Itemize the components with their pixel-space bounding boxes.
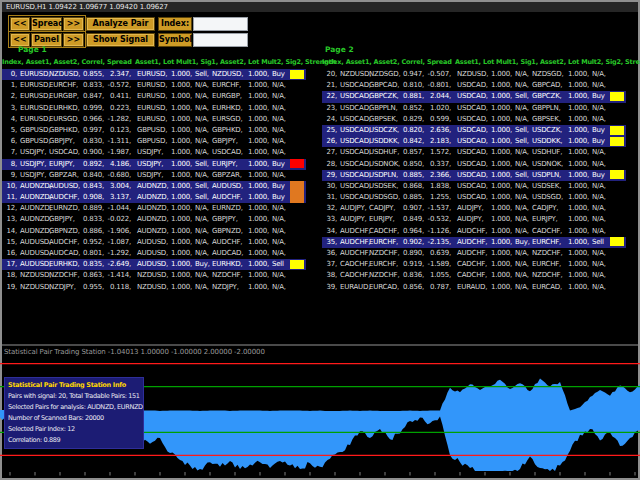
table-cell: Buy,	[192, 259, 211, 270]
table-cell: 10,	[2, 181, 17, 192]
table-row[interactable]: 21,USDCAD,GBPCAD,0.810,-0.801,USDCAD,1.0…	[322, 80, 626, 91]
table-row[interactable]: 26,USDCAD,USDDKK,0.842,2.183,USDCAD,1.00…	[322, 136, 626, 147]
table-cell: Buy	[269, 192, 287, 203]
table-cell: N/A,	[589, 181, 607, 192]
table-row[interactable]: 25,USDCAD,USDCZK,0.820,2.636,USDCAD,1.00…	[322, 125, 626, 136]
table-row[interactable]: 36,AUDCHF,NZDCHF,0.890,0.639,AUDCHF,1.00…	[322, 248, 626, 259]
table-cell: N/A,	[589, 282, 607, 293]
table-row[interactable]: 11,AUDNZD,AUDCHF,0.908,3.137,AUDNZD,1.00…	[2, 192, 306, 203]
table-row[interactable]: 35,AUDCHF,EURCHF,0.902,-2.135,AUDCHF,1.0…	[322, 237, 626, 248]
table-cell: 8,	[2, 159, 17, 170]
table-row[interactable]: 10,AUDNZD,AUDUSD,0.843,3.004,AUDNZD,1.00…	[2, 181, 306, 192]
table-row[interactable]: 0,EURUSD,NZDUSD,0.855,2.347,EURUSD,1.000…	[2, 69, 306, 80]
index-input[interactable]	[193, 17, 248, 31]
table-cell: N/A,	[512, 192, 531, 203]
table-cell: AUDCHF,	[48, 192, 80, 203]
table-cell: Sell,	[512, 136, 531, 147]
table-cell: 11,	[2, 192, 17, 203]
table-row[interactable]: 4,EURUSD,EURSGD,0.966,-1.282,EURUSD,1.00…	[2, 114, 306, 125]
subwindow-separator[interactable]	[2, 344, 638, 346]
show-signal-only-button[interactable]: Show Signal Only	[86, 33, 155, 47]
table-cell: Buy	[589, 91, 607, 102]
table-cell: EURJPY,	[531, 214, 564, 225]
table-cell: 1.000,	[244, 237, 269, 248]
table-cell: N/A,	[589, 259, 607, 270]
table-cell: N/A,	[589, 114, 607, 125]
table-cell: 28,	[322, 159, 337, 170]
table-row[interactable]: 30,USDCAD,USDSEK,0.868,1.838,USDCAD,1.00…	[322, 181, 626, 192]
table-row[interactable]: 37,CADCHF,EURCHF,0.919,-1.589,CADCHF,1.0…	[322, 259, 626, 270]
table-cell: 5,	[2, 125, 17, 136]
table-row[interactable]: 17,AUDUSD,EURHKD,0.835,-2.649,AUDUSD,1.0…	[2, 259, 306, 270]
table-row[interactable]: 15,AUDUSD,AUDCHF,0.952,-1.087,AUDUSD,1.0…	[2, 237, 306, 248]
table-row[interactable]: 18,NZDUSD,NZDCHF,0.863,-1.414,NZDUSD,1.0…	[2, 270, 306, 281]
table-cell: 0.947,	[400, 69, 424, 80]
symbol-input[interactable]	[193, 33, 248, 47]
table-cell: 1.000,	[167, 181, 192, 192]
strength-box	[610, 137, 624, 146]
table-row[interactable]: 27,USDCAD,USDHUF,0.857,1.572,USDCAD,1.00…	[322, 147, 626, 158]
table-row[interactable]: 12,AUDNZD,EURNZD,0.889,-1.044,AUDNZD,1.0…	[2, 203, 306, 214]
table-cell: 1.000,	[167, 91, 192, 102]
table-cell: GBPJPY,	[48, 214, 80, 225]
table-cell: AUDCHF,	[455, 226, 487, 237]
info-line-scanned-bars: Number of Scanned Bars: 20000	[8, 413, 140, 424]
table-row[interactable]: 1,EURUSD,EURCHF,0.833,-0.572,EURUSD,1.00…	[2, 80, 306, 91]
table-row[interactable]: 39,EURAUD,EURCAD,0.856,0.787,EURAUD,1.00…	[322, 282, 626, 293]
table-cell: 2.183,	[424, 136, 451, 147]
table-row[interactable]: 9,USDJPY,GBPZAR,0.840,-0.680,USDJPY,1.00…	[2, 170, 306, 181]
table-row[interactable]: 3,EURUSD,EURHKD,0.999,0.223,EURUSD,1.000…	[2, 103, 306, 114]
table-cell: 1.000,	[244, 147, 269, 158]
table-row[interactable]: 22,USDCAD,GBPCZK,0.881,2.044,USDCAD,1.00…	[322, 91, 626, 102]
table-cell: 0.787,	[424, 282, 451, 293]
table-cell: 0.599,	[424, 114, 451, 125]
table-cell: CADJPY,	[531, 203, 564, 214]
panel-next-button[interactable]: >>	[63, 33, 84, 47]
table-cell: -1.311,	[104, 136, 131, 147]
table-cell: -1.292,	[104, 248, 131, 259]
table-cell: 21,	[322, 80, 337, 91]
table-cell: USDCAD,	[455, 170, 487, 181]
table-row[interactable]: 29,USDCAD,USDPLN,0.885,2.366,USDCAD,1.00…	[322, 170, 626, 181]
table-cell: AUDUSD,	[17, 237, 48, 248]
table-row[interactable]: 6,GBPUSD,GBPJPY,0.830,-1.311,GBPUSD,1.00…	[2, 136, 306, 147]
spread-prev-button[interactable]: <<	[10, 17, 30, 31]
table-row[interactable]: 2,EURUSD,EURGBP,0.847,0.411,EURUSD,1.000…	[2, 91, 306, 102]
table-row[interactable]: 34,AUDCHF,CADCHF,0.964,-1.126,AUDCHF,1.0…	[322, 226, 626, 237]
analyze-pair-button[interactable]: Analyze Pair	[86, 17, 155, 31]
table-row[interactable]: 8,USDJPY,EURJPY,0.892,4.186,USDJPY,1.000…	[2, 159, 306, 170]
table-row[interactable]: 33,AUDJPY,EURJPY,0.849,-0.532,AUDJPY,1.0…	[322, 214, 626, 225]
table-row[interactable]: 24,USDCAD,GBPSEK,0.829,0.599,USDCAD,1.00…	[322, 114, 626, 125]
table-cell: AUDNZD,	[17, 226, 48, 237]
table-row[interactable]: 20,NZDUSD,NZDSGD,0.947,-0.507,NZDUSD,1.0…	[322, 69, 626, 80]
table-cell: 0.908,	[80, 192, 104, 203]
table-cell: 23,	[322, 103, 337, 114]
table-cell: EURUSD,	[17, 103, 48, 114]
table-cell: N/A,	[589, 147, 607, 158]
spread-next-button[interactable]: >>	[63, 17, 84, 31]
table-row[interactable]: 31,USDCAD,USDSGD,0.885,1.255,USDCAD,1.00…	[322, 192, 626, 203]
table-cell: N/A,	[512, 69, 531, 80]
table-cell: N/A,	[589, 103, 607, 114]
table-cell: 13,	[2, 214, 17, 225]
table-row[interactable]: 13,AUDNZD,GBPJPY,0.833,-0.022,AUDNZD,1.0…	[2, 214, 306, 225]
table-row[interactable]: 14,AUDNZD,GBPNZD,0.886,-1.906,AUDNZD,1.0…	[2, 226, 306, 237]
table-cell: N/A,	[512, 270, 531, 281]
table-row[interactable]: 38,CADCHF,NZDCHF,0.836,1.055,CADCHF,1.00…	[322, 270, 626, 281]
page1-header-left: Index, Asset1, Asset2, Correl, Spread	[2, 58, 132, 66]
table-cell: CADCHF,	[368, 226, 400, 237]
table-row[interactable]: 28,USDCAD,USDNOK,0.850,0.337,USDCAD,1.00…	[322, 159, 626, 170]
table-cell: N/A,	[269, 91, 287, 102]
table-row[interactable]: 7,USDJPY,USDCAD,0.900,-1.987,USDJPY,1.00…	[2, 147, 306, 158]
table-row[interactable]: 23,USDCAD,GBPPLN,0.852,1.020,USDCAD,1.00…	[322, 103, 626, 114]
table-cell: 4,	[2, 114, 17, 125]
table-cell: USDCAD,	[455, 181, 487, 192]
table-cell: 0.850,	[400, 159, 424, 170]
spread-button[interactable]: Spread	[31, 17, 62, 31]
table-cell: AUDCAD,	[48, 248, 80, 259]
table-row[interactable]: 16,AUDUSD,AUDCAD,0.801,-1.292,AUDUSD,1.0…	[2, 248, 306, 259]
table-row[interactable]: 32,AUDJPY,CADJPY,0.907,-1.537,AUDJPY,1.0…	[322, 203, 626, 214]
table-row[interactable]: 19,NZDUSD,NZDJPY,0.955,0.118,NZDUSD,1.00…	[2, 282, 306, 293]
table-cell: 34,	[322, 226, 337, 237]
table-row[interactable]: 5,GBPUSD,GBPHKD,0.997,0.123,GBPUSD,1.000…	[2, 125, 306, 136]
